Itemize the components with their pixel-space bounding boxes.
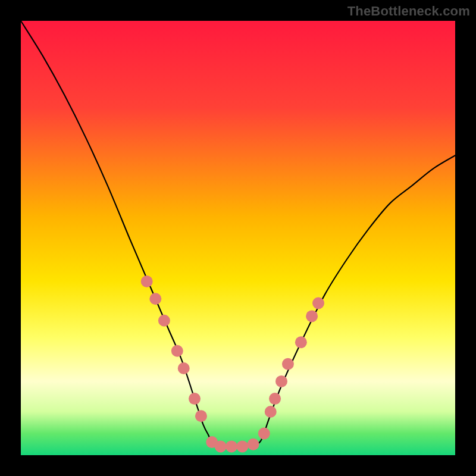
highlight-dot	[171, 345, 183, 357]
highlight-dot	[312, 298, 324, 309]
highlight-dot	[248, 439, 259, 450]
chart-frame: TheBottleneck.com	[0, 0, 476, 476]
highlight-dot	[158, 315, 170, 327]
highlight-dot	[282, 358, 294, 370]
highlight-dot	[275, 375, 287, 387]
highlight-dot	[265, 406, 277, 418]
bottleneck-chart	[0, 0, 476, 476]
highlight-dot	[141, 275, 153, 287]
highlight-dot	[189, 393, 201, 405]
highlight-dot	[215, 440, 227, 452]
highlight-dot	[258, 428, 270, 440]
highlight-dot	[226, 440, 237, 452]
highlight-dot	[149, 293, 161, 305]
highlight-dot	[195, 410, 207, 422]
highlight-dot	[295, 336, 307, 348]
highlight-dot	[178, 362, 190, 374]
highlight-dot	[236, 440, 248, 452]
plot-background	[21, 21, 455, 455]
highlight-dot	[306, 310, 318, 322]
highlight-dot	[269, 393, 281, 405]
